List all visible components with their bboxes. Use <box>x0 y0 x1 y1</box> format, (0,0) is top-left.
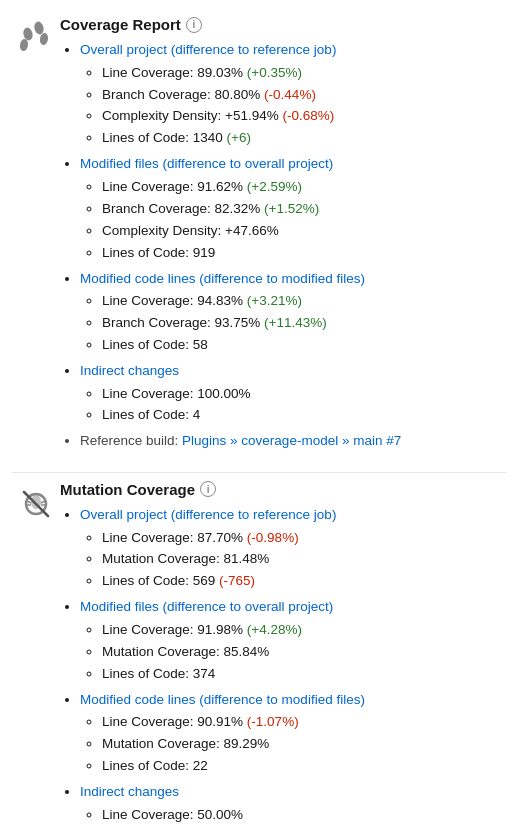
item-delta: (-765) <box>219 573 255 588</box>
list-item: Line Coverage: 90.91% (-1.07%) <box>102 712 507 733</box>
item-text: Line Coverage: 90.91% <box>102 714 247 729</box>
mutation-indirect-sub: Line Coverage: 50.00%Lines of Code: 2 <box>80 805 507 831</box>
coverage-modified-code-sub: Line Coverage: 94.83% (+3.21%)Branch Cov… <box>80 291 507 356</box>
list-item: Lines of Code: 4 <box>102 405 507 426</box>
list-item: Line Coverage: 91.98% (+4.28%) <box>102 620 507 641</box>
item-text: Line Coverage: 91.62% <box>102 179 247 194</box>
item-delta: (-0.68%) <box>282 108 334 123</box>
list-item: Mutation Coverage: 89.29% <box>102 734 507 755</box>
list-item: Line Coverage: 94.83% (+3.21%) <box>102 291 507 312</box>
item-text: Lines of Code: 569 <box>102 573 219 588</box>
list-item: Complexity Density: +51.94% (-0.68%) <box>102 106 507 127</box>
item-delta: (+3.21%) <box>247 293 302 308</box>
mutation-info-icon[interactable]: i <box>200 481 216 497</box>
list-item: Line Coverage: 91.62% (+2.59%) <box>102 177 507 198</box>
coverage-title-text: Coverage Report <box>60 16 181 33</box>
coverage-indirect-sub: Line Coverage: 100.00%Lines of Code: 4 <box>80 384 507 427</box>
coverage-indirect-item: Indirect changes Line Coverage: 100.00%L… <box>80 360 507 426</box>
svg-point-2 <box>33 21 45 36</box>
list-item: Lines of Code: 919 <box>102 243 507 264</box>
item-text: Line Coverage: 89.03% <box>102 65 247 80</box>
item-text: Line Coverage: 87.70% <box>102 530 247 545</box>
list-item: Branch Coverage: 82.32% (+1.52%) <box>102 199 507 220</box>
item-delta: (+1.52%) <box>264 201 319 216</box>
item-text: Lines of Code: 1340 <box>102 130 227 145</box>
item-delta: (-1.07%) <box>247 714 299 729</box>
list-item: Complexity Density: +47.66% <box>102 221 507 242</box>
mutation-title-text: Mutation Coverage <box>60 481 195 498</box>
mutation-top-list: Overall project (difference to reference… <box>60 504 507 831</box>
list-item: Lines of Code: 2 <box>102 827 507 831</box>
list-item: Line Coverage: 100.00% <box>102 384 507 405</box>
mutation-modified-link[interactable]: Modified files (difference to overall pr… <box>80 599 333 614</box>
item-delta: (-0.98%) <box>247 530 299 545</box>
mutation-indirect-link[interactable]: Indirect changes <box>80 784 179 799</box>
item-text: Branch Coverage: 93.75% <box>102 315 264 330</box>
coverage-modified-link[interactable]: Modified files (difference to overall pr… <box>80 156 333 171</box>
coverage-icon <box>12 16 60 58</box>
list-item: Branch Coverage: 93.75% (+11.43%) <box>102 313 507 334</box>
mutation-modified-item: Modified files (difference to overall pr… <box>80 596 507 684</box>
svg-line-7 <box>41 501 45 503</box>
item-delta: (+0.35%) <box>247 65 302 80</box>
list-item: Lines of Code: 374 <box>102 664 507 685</box>
coverage-section: Coverage Report i Overall project (diffe… <box>0 8 519 472</box>
mutation-title: Mutation Coverage i <box>60 481 507 498</box>
coverage-overall-item: Overall project (difference to reference… <box>80 39 507 149</box>
coverage-ref-prefix: Reference build: <box>80 433 182 448</box>
coverage-title: Coverage Report i <box>60 16 507 33</box>
list-item: Lines of Code: 58 <box>102 335 507 356</box>
list-item: Line Coverage: 89.03% (+0.35%) <box>102 63 507 84</box>
svg-point-1 <box>19 38 29 51</box>
list-item: Lines of Code: 569 (-765) <box>102 571 507 592</box>
item-text: Branch Coverage: 82.32% <box>102 201 264 216</box>
list-item: Lines of Code: 22 <box>102 756 507 777</box>
item-delta: (+11.43%) <box>264 315 327 330</box>
mutation-indirect-item: Indirect changes Line Coverage: 50.00%Li… <box>80 781 507 831</box>
coverage-overall-link[interactable]: Overall project (difference to reference… <box>80 42 336 57</box>
mutation-icon <box>12 481 60 523</box>
coverage-top-list: Overall project (difference to reference… <box>60 39 507 452</box>
coverage-modified-code-item: Modified code lines (difference to modif… <box>80 268 507 356</box>
coverage-ref-item: Reference build: Plugins » coverage-mode… <box>80 430 507 452</box>
item-delta: (+4.28%) <box>247 622 302 637</box>
mutation-overall-sub: Line Coverage: 87.70% (-0.98%)Mutation C… <box>80 528 507 593</box>
item-text: Line Coverage: 94.83% <box>102 293 247 308</box>
list-item: Branch Coverage: 80.80% (-0.44%) <box>102 85 507 106</box>
coverage-info-icon[interactable]: i <box>186 17 202 33</box>
item-text: Branch Coverage: 80.80% <box>102 87 264 102</box>
list-item: Line Coverage: 50.00% <box>102 805 507 826</box>
coverage-overall-sub: Line Coverage: 89.03% (+0.35%)Branch Cov… <box>80 63 507 150</box>
coverage-modified-code-link[interactable]: Modified code lines (difference to modif… <box>80 271 365 286</box>
svg-line-6 <box>27 501 31 503</box>
coverage-modified-sub: Line Coverage: 91.62% (+2.59%)Branch Cov… <box>80 177 507 264</box>
item-text: Line Coverage: 91.98% <box>102 622 247 637</box>
item-delta: (-0.44%) <box>264 87 316 102</box>
list-item: Lines of Code: 1340 (+6) <box>102 128 507 149</box>
mutation-modified-code-item: Modified code lines (difference to modif… <box>80 689 507 777</box>
list-item: Mutation Coverage: 81.48% <box>102 549 507 570</box>
coverage-content: Coverage Report i Overall project (diffe… <box>60 16 507 456</box>
item-text: Complexity Density: +51.94% <box>102 108 282 123</box>
list-item: Mutation Coverage: 85.84% <box>102 642 507 663</box>
mutation-overall-link[interactable]: Overall project (difference to reference… <box>80 507 336 522</box>
mutation-modified-code-link[interactable]: Modified code lines (difference to modif… <box>80 692 365 707</box>
list-item: Line Coverage: 87.70% (-0.98%) <box>102 528 507 549</box>
mutation-section: Mutation Coverage i Overall project (dif… <box>0 473 519 831</box>
item-delta: (+6) <box>227 130 251 145</box>
coverage-ref-link[interactable]: Plugins » coverage-model » main #7 <box>182 433 401 448</box>
mutation-overall-item: Overall project (difference to reference… <box>80 504 507 592</box>
mutation-modified-code-sub: Line Coverage: 90.91% (-1.07%)Mutation C… <box>80 712 507 777</box>
item-delta: (+2.59%) <box>247 179 302 194</box>
coverage-modified-item: Modified files (difference to overall pr… <box>80 153 507 263</box>
mutation-modified-sub: Line Coverage: 91.98% (+4.28%)Mutation C… <box>80 620 507 685</box>
coverage-indirect-link[interactable]: Indirect changes <box>80 363 179 378</box>
mutation-content: Mutation Coverage i Overall project (dif… <box>60 481 507 831</box>
svg-point-3 <box>39 32 49 45</box>
